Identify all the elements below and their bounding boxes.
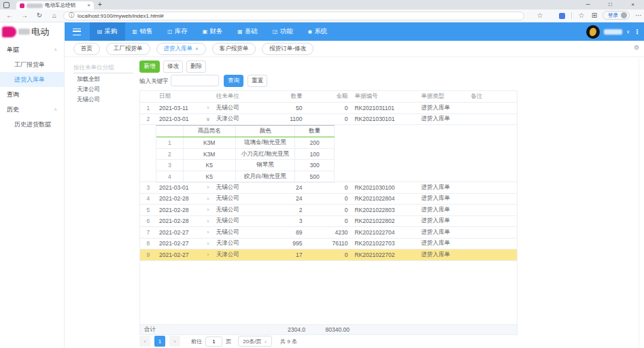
user-avatar[interactable] [586, 25, 600, 39]
sidebar-item-factory-order[interactable]: 工厂报货单 [0, 57, 64, 72]
expand-row-icon[interactable]: › [201, 184, 215, 190]
reload-icon[interactable]: ↻ [34, 10, 45, 22]
sidebar-item-purchase-inbound[interactable]: 进货入库单 [0, 72, 64, 87]
next-page-button[interactable]: › [169, 336, 180, 347]
nav-item-functions[interactable]: ◲功能 [265, 22, 301, 41]
chevron-down-icon[interactable]: ∨ [626, 29, 630, 35]
menu-toggle-icon[interactable] [73, 29, 81, 35]
expand-row-icon[interactable]: › [201, 105, 215, 111]
table-row[interactable]: 82021-02-27›天津公司99576110RK2021022703进货入库… [140, 239, 517, 250]
kebab-menu-icon[interactable]: ⋮ [634, 28, 641, 35]
page-size-select[interactable]: 20条/页 ∨ [238, 336, 272, 347]
browser-tab[interactable]: 电动车总经销 × [16, 1, 94, 10]
nav-item-inventory[interactable]: ◫库存 [160, 22, 195, 41]
table-row[interactable]: 92021-02-27›天津公司170RK2021022702进货入库单 [140, 249, 517, 261]
select-caret-icon: ∨ [264, 339, 267, 344]
tab-label: 客户报货单 [220, 45, 249, 53]
collapse-row-icon[interactable]: ∨ [201, 116, 215, 122]
reset-button[interactable]: 重置 [248, 75, 267, 87]
table-row[interactable]: 22021-03-01∨天津公司11000RK2021030101进货入库单 [140, 114, 517, 126]
maximize-icon[interactable]: □ [599, 0, 622, 10]
cell-qty: 17 [286, 251, 320, 258]
keyword-input[interactable] [171, 75, 219, 86]
goto-page-input[interactable] [205, 336, 222, 347]
group-item[interactable]: 加载全部 [73, 74, 136, 84]
sidebar-group-query[interactable]: 查询 [0, 87, 64, 102]
sidebar-group-documents[interactable]: 单据∧ [0, 42, 64, 57]
tab-settings-gear-icon[interactable]: ⚙ [634, 44, 639, 51]
cell-docno: RK2021022804 [350, 195, 417, 202]
nav-item-procurement[interactable]: ▤采购 [90, 22, 125, 41]
cell-doctype: 进货入库单 [417, 251, 468, 259]
basic-icon: ▦ [237, 29, 243, 35]
expand-row-icon[interactable]: › [201, 229, 215, 235]
query-button[interactable]: 查询 [224, 75, 243, 87]
keyword-label: 输入关键字 [139, 77, 169, 86]
back-icon[interactable]: ← [4, 10, 15, 22]
nav-item-basic[interactable]: ▦基础 [230, 22, 265, 41]
table-row[interactable]: 32021-03-01›无锡公司240RK2021030100进货入库单 [140, 182, 517, 194]
nav-item-system[interactable]: ◉系统 [300, 22, 335, 41]
extension-icon[interactable] [559, 13, 565, 19]
tab-bar-items: 首页工厂报货单进货入库单×客户报货单报货订单-修改 [73, 43, 313, 55]
tab-purchase-inbound[interactable]: 进货入库单× [156, 43, 206, 55]
address-bar[interactable]: ⓘ localhost:9100/myweb/index1.html# [63, 12, 524, 20]
tab-search-icon[interactable] [3, 2, 10, 8]
favorites-bar-icon[interactable]: ☆ [576, 10, 587, 22]
nav-item-label: 功能 [279, 27, 292, 36]
tab-home[interactable]: 首页 [73, 43, 100, 55]
more-menu-icon[interactable]: ⋯ [633, 10, 644, 22]
favorite-star-icon[interactable]: ☆ [535, 10, 545, 22]
expand-row-icon[interactable]: › [201, 241, 215, 247]
minimize-icon[interactable]: ─ [577, 0, 599, 10]
delete-button[interactable]: 删除 [186, 60, 206, 73]
sidebar-group-label: 查询 [7, 90, 19, 99]
sidebar-group-history[interactable]: 历史∧ [0, 102, 64, 117]
close-icon[interactable]: × [622, 0, 644, 10]
site-info-icon[interactable]: ⓘ [69, 13, 74, 18]
table-row[interactable]: 72021-02-27›无锡公司894230RK2021022704进货入库单 [140, 227, 517, 239]
subcol: 商品简名 [184, 126, 236, 137]
sidebar-item-history-data[interactable]: 历史进货数据 [0, 117, 64, 132]
cell-docno: RK2021022702 [350, 251, 417, 258]
expand-row-icon[interactable]: › [201, 207, 215, 213]
table-row[interactable]: 42021-02-28›无锡公司240RK2021022804进货入库单 [140, 194, 517, 205]
table-row[interactable]: 12021-03-11›无锡公司500RK2021031101进货入库单 [140, 103, 517, 114]
nav-item-finance[interactable]: ▣财务 [195, 22, 231, 41]
add-button[interactable]: 新增 [139, 60, 160, 73]
expand-row-icon[interactable]: › [201, 218, 215, 224]
group-item[interactable]: 天津公司 [73, 84, 136, 94]
tab-close-icon[interactable]: × [87, 3, 90, 8]
home-icon[interactable]: ⌂ [49, 10, 60, 22]
expand-row-icon[interactable]: › [201, 251, 215, 258]
collections-icon[interactable]: ⊞ [589, 10, 600, 22]
col-qty: 数量 [286, 92, 320, 101]
cell-docno: RK2021030100 [350, 184, 417, 191]
tab-close-icon[interactable]: × [195, 46, 199, 52]
page-1-button[interactable]: 1 [154, 336, 165, 347]
row-index: 7 [140, 229, 156, 236]
tab-factory-order[interactable]: 工厂报货单 [106, 43, 150, 55]
sub-cell-color: 小刀亮红/釉光亚黑 [236, 149, 296, 160]
forward-icon[interactable]: → [19, 10, 30, 22]
nav-item-sales[interactable]: ▥销售 [125, 22, 160, 41]
cell-docno: RK2021030101 [350, 116, 417, 122]
sales-icon: ▥ [133, 29, 138, 35]
table-row[interactable]: 52021-02-28›无锡公司20RK2021022803进货入库单 [140, 205, 517, 216]
subtable-row[interactable]: 1K3M琉璃金/釉光亚黑200 [156, 137, 335, 149]
table-row[interactable]: 62021-02-28›无锡公司30RK2021022802进货入库单 [140, 216, 517, 228]
new-tab-button[interactable]: + [98, 1, 102, 8]
subtable-row[interactable]: 2K3M小刀亮红/釉光亚黑100 [156, 149, 335, 160]
group-item[interactable]: 无锡公司 [73, 94, 136, 105]
group-by-input[interactable] [73, 61, 133, 73]
expand-row-icon[interactable]: › [201, 196, 215, 202]
subtable-row[interactable]: 3K5钢琴黑300 [156, 160, 335, 171]
cell-qty: 1100 [286, 116, 320, 122]
tab-customer-order[interactable]: 客户报货单 [212, 43, 256, 55]
nav-item-label: 财务 [209, 27, 222, 36]
browser-login-button[interactable]: 登录 [603, 11, 630, 20]
tab-order-edit[interactable]: 报货订单-修改 [262, 43, 313, 55]
subtable-row[interactable]: 4K5皎月白/釉光亚黑500 [156, 171, 335, 183]
edit-button[interactable]: 修改 [163, 60, 183, 73]
prev-page-button[interactable]: ‹ [139, 336, 150, 347]
